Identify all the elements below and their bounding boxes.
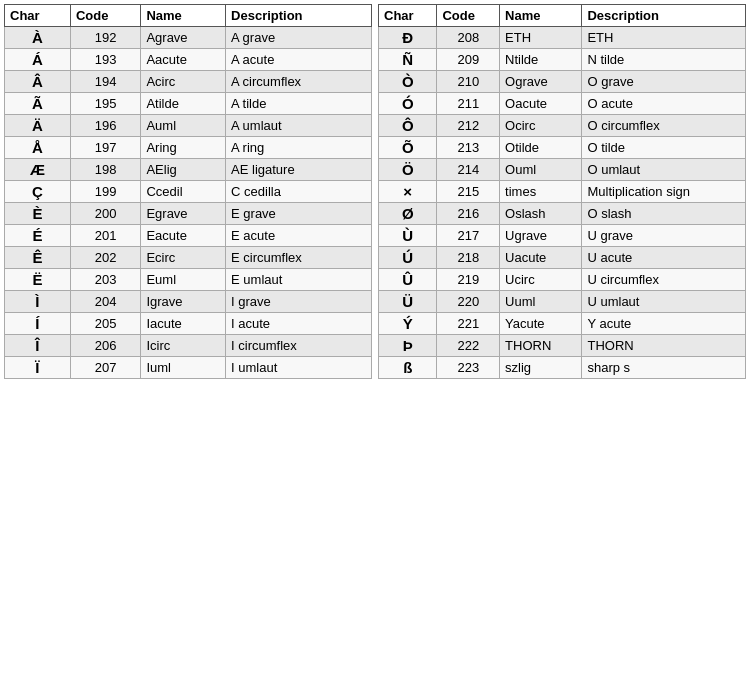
code-cell: 207 (70, 357, 141, 379)
code-cell: 222 (437, 335, 500, 357)
code-cell: 197 (70, 137, 141, 159)
code-cell: 210 (437, 71, 500, 93)
name-cell: AElig (141, 159, 226, 181)
char-cell: Î (5, 335, 71, 357)
desc-cell: E umlaut (226, 269, 372, 291)
code-cell: 203 (70, 269, 141, 291)
name-cell: times (500, 181, 582, 203)
code-cell: 208 (437, 27, 500, 49)
desc-cell: E grave (226, 203, 372, 225)
name-cell: Ntilde (500, 49, 582, 71)
desc-cell: U umlaut (582, 291, 746, 313)
code-cell: 217 (437, 225, 500, 247)
table-row: Ï207IumlI umlaut (5, 357, 372, 379)
char-cell: Ã (5, 93, 71, 115)
name-cell: Ocirc (500, 115, 582, 137)
desc-cell: Multiplication sign (582, 181, 746, 203)
page-wrapper: CharCodeNameDescriptionÀ192AgraveA grave… (4, 4, 746, 379)
name-cell: Ucirc (500, 269, 582, 291)
table-row: Ý221YacuteY acute (379, 313, 746, 335)
table-row: Ü220UumlU umlaut (379, 291, 746, 313)
col-header-char-right: Char (379, 5, 437, 27)
code-cell: 223 (437, 357, 500, 379)
desc-cell: I acute (226, 313, 372, 335)
table-row: Â194AcircA circumflex (5, 71, 372, 93)
table-row: ß223szligsharp s (379, 357, 746, 379)
desc-cell: O slash (582, 203, 746, 225)
table-row: Ô212OcircO circumflex (379, 115, 746, 137)
desc-cell: A ring (226, 137, 372, 159)
char-cell: Á (5, 49, 71, 71)
table-row: Ã195AtildeA tilde (5, 93, 372, 115)
char-cell: Ú (379, 247, 437, 269)
char-cell: Ü (379, 291, 437, 313)
col-header-description-left: Description (226, 5, 372, 27)
col-header-char-left: Char (5, 5, 71, 27)
desc-cell: E circumflex (226, 247, 372, 269)
name-cell: Iacute (141, 313, 226, 335)
table-row: Ð208ETHETH (379, 27, 746, 49)
table-row: Û219UcircU circumflex (379, 269, 746, 291)
code-cell: 195 (70, 93, 141, 115)
code-cell: 209 (437, 49, 500, 71)
table-row: Î206IcircI circumflex (5, 335, 372, 357)
table-container-left: CharCodeNameDescriptionÀ192AgraveA grave… (4, 4, 372, 379)
col-header-description-right: Description (582, 5, 746, 27)
name-cell: Oslash (500, 203, 582, 225)
char-cell: Ù (379, 225, 437, 247)
table-row: Ñ209NtildeN tilde (379, 49, 746, 71)
table-row: Ä196AumlA umlaut (5, 115, 372, 137)
table-row: Þ222THORNTHORN (379, 335, 746, 357)
char-cell: Þ (379, 335, 437, 357)
table-row: Ë203EumlE umlaut (5, 269, 372, 291)
desc-cell: N tilde (582, 49, 746, 71)
char-cell: Ñ (379, 49, 437, 71)
table-row: Æ198AEligAE ligature (5, 159, 372, 181)
name-cell: Iuml (141, 357, 226, 379)
table-row: Í205IacuteI acute (5, 313, 372, 335)
table-row: Ó211OacuteO acute (379, 93, 746, 115)
code-cell: 213 (437, 137, 500, 159)
desc-cell: E acute (226, 225, 372, 247)
name-cell: Yacute (500, 313, 582, 335)
name-cell: Egrave (141, 203, 226, 225)
name-cell: THORN (500, 335, 582, 357)
name-cell: Ccedil (141, 181, 226, 203)
code-cell: 200 (70, 203, 141, 225)
desc-cell: I umlaut (226, 357, 372, 379)
code-cell: 218 (437, 247, 500, 269)
code-cell: 196 (70, 115, 141, 137)
code-cell: 205 (70, 313, 141, 335)
table-row: ×215timesMultiplication sign (379, 181, 746, 203)
char-cell: Ø (379, 203, 437, 225)
desc-cell: U circumflex (582, 269, 746, 291)
name-cell: Oacute (500, 93, 582, 115)
table-row: Ø216OslashO slash (379, 203, 746, 225)
char-cell: À (5, 27, 71, 49)
char-cell: Ð (379, 27, 437, 49)
char-cell: Å (5, 137, 71, 159)
name-cell: Agrave (141, 27, 226, 49)
char-cell: Û (379, 269, 437, 291)
table-row: Å197AringA ring (5, 137, 372, 159)
char-cell: Õ (379, 137, 437, 159)
col-header-name-right: Name (500, 5, 582, 27)
name-cell: Uacute (500, 247, 582, 269)
name-cell: Ugrave (500, 225, 582, 247)
code-cell: 201 (70, 225, 141, 247)
desc-cell: O acute (582, 93, 746, 115)
desc-cell: A acute (226, 49, 372, 71)
desc-cell: I grave (226, 291, 372, 313)
name-cell: Auml (141, 115, 226, 137)
table-container-right: CharCodeNameDescriptionÐ208ETHETHÑ209Nti… (378, 4, 746, 379)
col-header-code-right: Code (437, 5, 500, 27)
char-cell: É (5, 225, 71, 247)
char-cell: Ö (379, 159, 437, 181)
desc-cell: A circumflex (226, 71, 372, 93)
char-cell: Ó (379, 93, 437, 115)
col-header-code-left: Code (70, 5, 141, 27)
name-cell: Euml (141, 269, 226, 291)
desc-cell: THORN (582, 335, 746, 357)
table-row: Ò210OgraveO grave (379, 71, 746, 93)
code-cell: 220 (437, 291, 500, 313)
